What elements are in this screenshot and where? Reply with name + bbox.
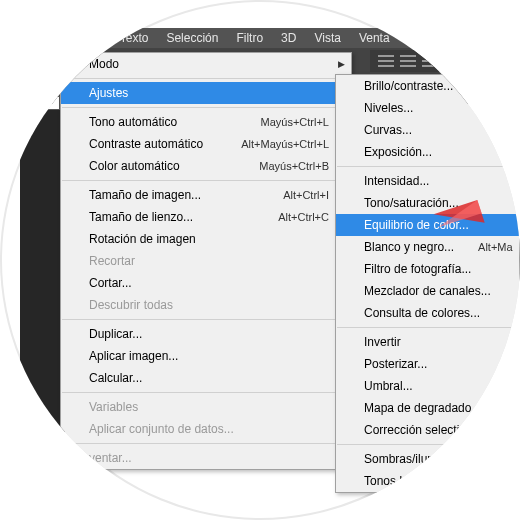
item-tonos-hd[interactable]: Tonos HD (336, 470, 519, 492)
label: Umbral... (364, 379, 413, 393)
item-modo[interactable]: Modo▶ (61, 53, 351, 75)
item-exposicion[interactable]: Exposición... (336, 141, 519, 163)
label: Tono/saturación... (364, 196, 459, 210)
label: Calcular... (89, 371, 142, 385)
item-mezclador[interactable]: Mezclador de canales... (336, 280, 519, 302)
item-tono-sat[interactable]: Tono/saturación... (336, 192, 519, 214)
label: ventar... (89, 451, 132, 465)
item-recortar: Recortar (61, 250, 351, 272)
item-niveles[interactable]: Niveles... (336, 97, 519, 119)
item-umbral[interactable]: Umbral... (336, 375, 519, 397)
label: Contraste automático (89, 137, 203, 151)
label: Curvas... (364, 123, 412, 137)
item-duplicar[interactable]: Duplicar... (61, 323, 351, 345)
menu-texto[interactable]: Texto (111, 31, 158, 45)
item-conjunto-datos: Aplicar conjunto de datos... (61, 418, 351, 440)
align-toolbar (370, 50, 500, 72)
label: Ajustes (89, 86, 128, 100)
menu-seleccion[interactable]: Selección (157, 31, 227, 45)
shortcut: Alt+Ctrl+C (254, 211, 329, 223)
item-ventar: ventar... (61, 447, 351, 469)
label: Duplicar... (89, 327, 142, 341)
label: Sombras/ilum (364, 452, 437, 466)
label: Mapa de degradado... (364, 401, 481, 415)
item-cortar[interactable]: Cortar... (61, 272, 351, 294)
label: Filtro de fotografía... (364, 262, 471, 276)
shortcut: Alt+Ctrl+I (259, 189, 329, 201)
menu-3d[interactable]: 3D (272, 31, 305, 45)
item-sombras[interactable]: Sombras/ilum (336, 448, 519, 470)
item-descubrir: Descubrir todas (61, 294, 351, 316)
item-aplicar-imagen[interactable]: Aplicar imagen... (61, 345, 351, 367)
item-mapa-degradado[interactable]: Mapa de degradado... (336, 397, 519, 419)
label: Aplicar imagen... (89, 349, 178, 363)
label: Cortar... (89, 276, 132, 290)
label: Exposición... (364, 145, 432, 159)
item-correccion[interactable]: Corrección selectiva (336, 419, 519, 441)
chevron-right-icon: ▶ (338, 59, 345, 69)
item-tamano-imagen[interactable]: Tamaño de imagen...Alt+Ctrl+I (61, 184, 351, 206)
item-blanco-negro[interactable]: Blanco y negro...Alt+Ma (336, 236, 519, 258)
label: Tamaño de imagen... (89, 188, 201, 202)
item-posterizar[interactable]: Posterizar... (336, 353, 519, 375)
menu-capa[interactable]: Capa (64, 31, 111, 45)
document-tab[interactable]: ear.j (0, 50, 37, 68)
ajustes-submenu: Brillo/contraste... Niveles... Curvas...… (335, 74, 520, 493)
item-brillo[interactable]: Brillo/contraste... (336, 75, 519, 97)
align-center-icon[interactable] (400, 55, 416, 67)
label: Mezclador de canales... (364, 284, 491, 298)
label: Recortar (89, 254, 135, 268)
label: Rotación de imagen (89, 232, 196, 246)
image-menu: Modo▶ Ajustes▶ Tono automáticoMayús+Ctrl… (60, 52, 352, 470)
label: Blanco y negro... (364, 240, 454, 254)
item-intensidad[interactable]: Intensidad... (336, 170, 519, 192)
label: Color automático (89, 159, 180, 173)
item-curvas[interactable]: Curvas... (336, 119, 519, 141)
label: Modo (89, 57, 119, 71)
label: Tonos HD (364, 474, 417, 488)
item-invertir[interactable]: Invertir (336, 331, 519, 353)
label: Variables (89, 400, 138, 414)
label: Niveles... (364, 101, 413, 115)
align-left-icon[interactable] (378, 55, 394, 67)
menu-filtro[interactable]: Filtro (227, 31, 272, 45)
menu-ventana[interactable]: Venta (350, 31, 399, 45)
label: Tamaño de lienzo... (89, 210, 193, 224)
label: Invertir (364, 335, 401, 349)
menubar: gen Capa Texto Selección Filtro 3D Vista… (20, 28, 500, 48)
item-tono-auto[interactable]: Tono automáticoMayús+Ctrl+L (61, 111, 351, 133)
label: Descubrir todas (89, 298, 173, 312)
label: Consulta de colores... (364, 306, 480, 320)
ruler (0, 96, 60, 110)
label: Corrección selectiva (364, 423, 472, 437)
shortcut: Mayús+Ctrl+L (237, 116, 329, 128)
item-color-auto[interactable]: Color automáticoMayús+Ctrl+B (61, 155, 351, 177)
label: Tono automático (89, 115, 177, 129)
label: Aplicar conjunto de datos... (89, 422, 234, 436)
shortcut: Mayús+Ctrl+B (235, 160, 329, 172)
menu-vista[interactable]: Vista (305, 31, 349, 45)
item-rotacion[interactable]: Rotación de imagen▶ (61, 228, 351, 250)
item-ajustes[interactable]: Ajustes▶ (61, 82, 351, 104)
align-right-icon[interactable] (422, 55, 438, 67)
menu-imagen[interactable]: gen (26, 31, 64, 45)
label: Intensidad... (364, 174, 429, 188)
shortcut: Alt+Ma (454, 241, 513, 253)
canvas-area (20, 110, 65, 490)
label: Posterizar... (364, 357, 427, 371)
item-calcular[interactable]: Calcular... (61, 367, 351, 389)
shortcut: Alt+Mayús+Ctrl+L (217, 138, 329, 150)
item-consulta-colores[interactable]: Consulta de colores... (336, 302, 519, 324)
label: Brillo/contraste... (364, 79, 453, 93)
item-tamano-lienzo[interactable]: Tamaño de lienzo...Alt+Ctrl+C (61, 206, 351, 228)
item-equilibrio-color[interactable]: Equilibrio de color... (336, 214, 519, 236)
item-variables: Variables▶ (61, 396, 351, 418)
item-contraste-auto[interactable]: Contraste automáticoAlt+Mayús+Ctrl+L (61, 133, 351, 155)
item-filtro-foto[interactable]: Filtro de fotografía... (336, 258, 519, 280)
